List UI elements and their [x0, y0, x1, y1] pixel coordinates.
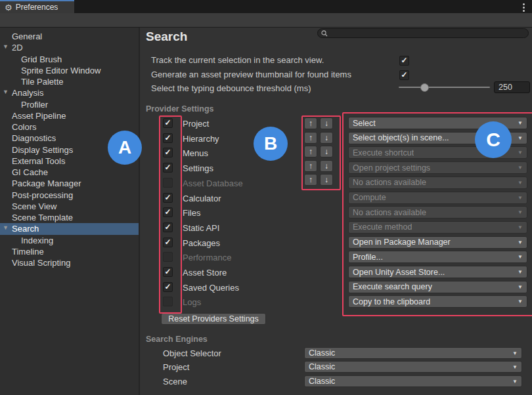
badge-b: B [254, 127, 288, 161]
dropdown-value: No actions available [353, 208, 426, 217]
title-bar: ⚙ Preferences [0, 0, 532, 13]
move-down-button[interactable]: ↓ [320, 174, 333, 186]
sidebar-item-display-settings[interactable]: Display Settings [0, 144, 139, 156]
sidebar-item-analysis[interactable]: ▼Analysis [0, 87, 139, 98]
provider-checkbox-saved-queries[interactable]: ✓ [163, 282, 173, 292]
provider-action-dropdown-menus[interactable]: Execute shortcut▼ [348, 146, 527, 159]
check-icon: ✓ [164, 208, 171, 216]
sidebar-item-label: GI Cache [12, 167, 48, 177]
track-selection-checkbox[interactable]: ✓ [399, 56, 409, 66]
move-up-button[interactable]: ↑ [304, 132, 317, 144]
sidebar-item-profiler[interactable]: Profiler [0, 99, 139, 110]
sidebar-item-gi-cache[interactable]: GI Cache [0, 167, 139, 178]
move-down-button[interactable]: ↓ [320, 146, 333, 157]
dropdown-value: Compute [353, 193, 386, 202]
provider-action-dropdown-calculator[interactable]: Compute▼ [348, 192, 527, 204]
move-up-button[interactable]: ↑ [304, 160, 317, 172]
dropdown-value: Open Unity Asset Store... [353, 268, 445, 277]
move-down-button[interactable]: ↓ [320, 160, 333, 172]
provider-action-dropdown-logs[interactable]: Copy to the clipboard▼ [348, 295, 527, 308]
check-icon: ✓ [164, 194, 171, 201]
provider-action-dropdown-asset-store[interactable]: Open Unity Asset Store...▼ [348, 266, 527, 278]
engine-project-label: Project [163, 362, 189, 372]
engine-object-selector-label: Object Selector [163, 348, 221, 358]
debounce-value-field[interactable]: 250 [494, 81, 530, 93]
provider-label-asset-database: Asset Database [183, 178, 243, 188]
move-up-button[interactable]: ↑ [304, 146, 317, 157]
provider-checkbox-calculator[interactable]: ✓ [163, 193, 173, 203]
provider-checkbox-asset-database[interactable] [163, 178, 173, 188]
page-title: Search [146, 30, 187, 44]
dropdown-value: Classic [309, 348, 335, 358]
sidebar-item-2d[interactable]: ▼2D [0, 42, 139, 53]
sidebar-item-label: External Tools [12, 156, 65, 166]
provider-action-dropdown-asset-database[interactable]: No actions available▼ [348, 177, 527, 189]
sidebar-item-tile-palette[interactable]: Tile Palette [0, 76, 139, 87]
kebab-menu-icon[interactable] [523, 3, 525, 12]
provider-checkbox-files[interactable]: ✓ [163, 207, 173, 217]
sidebar-item-colors[interactable]: Colors [0, 121, 139, 133]
move-up-button[interactable]: ↑ [304, 174, 317, 186]
sidebar-item-asset-pipeline[interactable]: Asset Pipeline [0, 110, 139, 121]
check-icon: ✓ [401, 71, 407, 79]
sidebar-item-external-tools[interactable]: External Tools [0, 156, 139, 167]
sidebar-item-scene-view[interactable]: Scene View [0, 201, 139, 212]
provider-action-dropdown-static-api[interactable]: Execute method▼ [348, 221, 527, 234]
sidebar-item-grid-brush[interactable]: Grid Brush [0, 54, 139, 65]
window-title: Preferences [16, 3, 58, 12]
sidebar-item-timeline[interactable]: Timeline [0, 246, 139, 257]
provider-checkbox-asset-store[interactable]: ✓ [163, 267, 173, 277]
sidebar-item-diagnostics[interactable]: Diagnostics [0, 133, 139, 144]
provider-label-menus: Menus [183, 148, 208, 158]
debounce-slider-track[interactable] [399, 87, 490, 88]
sidebar-item-label: Asset Pipeline [12, 111, 66, 121]
engine-scene-dropdown[interactable]: Classic ▼ [304, 375, 522, 387]
engine-object-selector-dropdown[interactable]: Classic ▼ [304, 347, 522, 359]
sidebar-item-label: Timeline [12, 247, 44, 257]
provider-action-dropdown-files[interactable]: No actions available▼ [348, 206, 527, 218]
sidebar-item-post-processing[interactable]: Post-processing [0, 190, 139, 201]
search-engines-title: Search Engines [146, 335, 208, 344]
sidebar: General▼2DGrid BrushSprite Editor Window… [0, 28, 139, 395]
engine-project-dropdown[interactable]: Classic ▼ [304, 361, 522, 373]
move-up-button[interactable]: ↑ [304, 117, 317, 129]
sidebar-item-package-manager[interactable]: Package Manager [0, 178, 139, 189]
sidebar-item-sprite-editor-window[interactable]: Sprite Editor Window [0, 65, 139, 76]
sidebar-item-label: Visual Scripting [12, 258, 70, 268]
provider-action-dropdown-hierarchy[interactable]: Select object(s) in scene...▼ [348, 132, 527, 144]
sidebar-item-indexing[interactable]: Indexing [0, 235, 139, 246]
expander-icon[interactable]: ▼ [3, 225, 9, 231]
move-down-button[interactable]: ↓ [320, 132, 333, 144]
provider-checkbox-project[interactable]: ✓ [163, 118, 173, 128]
provider-action-dropdown-saved-queries[interactable]: Execute search query▼ [348, 281, 527, 293]
provider-label-logs: Logs [183, 297, 201, 307]
provider-checkbox-hierarchy[interactable]: ✓ [163, 133, 173, 143]
sidebar-item-label: Diagnostics [12, 133, 56, 143]
provider-checkbox-logs[interactable] [163, 297, 173, 306]
provider-checkbox-menus[interactable]: ✓ [163, 148, 173, 157]
provider-checkbox-performance[interactable] [163, 252, 173, 262]
provider-checkbox-static-api[interactable]: ✓ [163, 222, 173, 232]
tab-preferences[interactable]: ⚙ Preferences [0, 0, 74, 13]
debounce-slider-handle[interactable] [420, 83, 429, 92]
dropdown-value: Open project settings [353, 163, 430, 173]
asset-preview-checkbox[interactable]: ✓ [399, 70, 409, 80]
check-icon: ✓ [401, 56, 407, 64]
search-input[interactable] [317, 28, 529, 38]
sidebar-item-general[interactable]: General [0, 31, 139, 42]
provider-action-dropdown-performance[interactable]: Profile...▼ [348, 251, 527, 263]
expander-icon[interactable]: ▼ [3, 44, 9, 50]
search-input-field[interactable] [330, 30, 521, 37]
reset-providers-button[interactable]: Reset Providers Settings [161, 313, 266, 325]
move-down-button[interactable]: ↓ [320, 117, 333, 129]
provider-label-saved-queries: Saved Queries [183, 283, 239, 293]
sidebar-item-search[interactable]: ▼Search [0, 223, 139, 234]
sidebar-item-scene-template[interactable]: Scene Template [0, 212, 139, 223]
expander-icon[interactable]: ▼ [3, 89, 9, 95]
sidebar-item-visual-scripting[interactable]: Visual Scripting [0, 257, 139, 268]
provider-checkbox-packages[interactable]: ✓ [163, 238, 173, 247]
provider-checkbox-settings[interactable]: ✓ [163, 163, 173, 173]
provider-action-dropdown-settings[interactable]: Open project settings▼ [348, 161, 527, 174]
provider-action-dropdown-project[interactable]: Select▼ [348, 117, 527, 129]
provider-action-dropdown-packages[interactable]: Open in Package Manager▼ [348, 236, 527, 249]
